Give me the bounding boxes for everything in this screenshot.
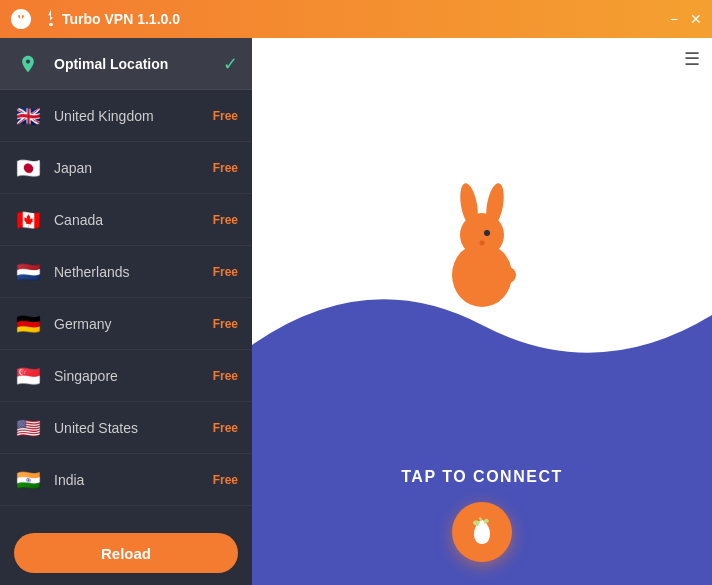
- flag-in: 🇮🇳: [14, 466, 42, 494]
- uk-badge: Free: [213, 109, 238, 123]
- flag-us: 🇺🇸: [14, 414, 42, 442]
- sidebar-item-sg[interactable]: 🇸🇬 Singapore Free: [0, 350, 252, 402]
- ca-label: Canada: [54, 212, 213, 228]
- flag-jp: 🇯🇵: [14, 154, 42, 182]
- close-button[interactable]: ✕: [690, 12, 702, 26]
- sidebar-item-jp[interactable]: 🇯🇵 Japan Free: [0, 142, 252, 194]
- app-title: Turbo VPN 1.1.0.0: [62, 11, 670, 27]
- location-pin-icon: [14, 50, 42, 78]
- sidebar-item-optimal[interactable]: Optimal Location ✓: [0, 38, 252, 90]
- flag-uk: 🇬🇧: [14, 102, 42, 130]
- reload-button-wrapper: Reload: [0, 521, 252, 585]
- flag-sg: 🇸🇬: [14, 362, 42, 390]
- turbo-vpn-logo: [40, 8, 62, 30]
- sg-label: Singapore: [54, 368, 213, 384]
- bottom-section: TAP TO CONNECT: [252, 445, 712, 585]
- carrot-icon: [466, 516, 498, 548]
- sidebar-item-us[interactable]: 🇺🇸 United States Free: [0, 402, 252, 454]
- sidebar-item-uk[interactable]: 🇬🇧 United Kingdom Free: [0, 90, 252, 142]
- window-controls: − ✕: [670, 12, 702, 26]
- jp-badge: Free: [213, 161, 238, 175]
- connect-button[interactable]: [452, 502, 512, 562]
- in-label: India: [54, 472, 213, 488]
- reload-button[interactable]: Reload: [14, 533, 238, 573]
- de-label: Germany: [54, 316, 213, 332]
- sidebar-item-nl[interactable]: 🇳🇱 Netherlands Free: [0, 246, 252, 298]
- minimize-button[interactable]: −: [670, 12, 678, 26]
- us-label: United States: [54, 420, 213, 436]
- rabbit-area: [252, 80, 712, 445]
- logo-icon: [10, 8, 32, 30]
- sidebar: Optimal Location ✓ 🇬🇧 United Kingdom Fre…: [0, 38, 252, 585]
- optimal-location-label: Optimal Location: [54, 56, 215, 72]
- in-badge: Free: [213, 473, 238, 487]
- svg-point-6: [484, 230, 490, 236]
- svg-point-0: [49, 23, 53, 27]
- checkmark-icon: ✓: [223, 53, 238, 75]
- flag-de: 🇩🇪: [14, 310, 42, 338]
- right-panel: ☰: [252, 38, 712, 585]
- jp-label: Japan: [54, 160, 213, 176]
- title-bar: Turbo VPN 1.1.0.0 − ✕: [0, 0, 712, 38]
- hamburger-menu-icon[interactable]: ☰: [684, 48, 700, 70]
- flag-nl: 🇳🇱: [14, 258, 42, 286]
- de-badge: Free: [213, 317, 238, 331]
- nl-label: Netherlands: [54, 264, 213, 280]
- us-badge: Free: [213, 421, 238, 435]
- ca-badge: Free: [213, 213, 238, 227]
- main-content: Optimal Location ✓ 🇬🇧 United Kingdom Fre…: [0, 38, 712, 585]
- sidebar-item-ca[interactable]: 🇨🇦 Canada Free: [0, 194, 252, 246]
- flag-ca: 🇨🇦: [14, 206, 42, 234]
- sg-badge: Free: [213, 369, 238, 383]
- nl-badge: Free: [213, 265, 238, 279]
- tap-to-connect-label: TAP TO CONNECT: [401, 468, 562, 486]
- sidebar-item-de[interactable]: 🇩🇪 Germany Free: [0, 298, 252, 350]
- sidebar-item-in[interactable]: 🇮🇳 India Free: [0, 454, 252, 506]
- svg-point-7: [480, 241, 485, 246]
- uk-label: United Kingdom: [54, 108, 213, 124]
- right-header: ☰: [252, 38, 712, 80]
